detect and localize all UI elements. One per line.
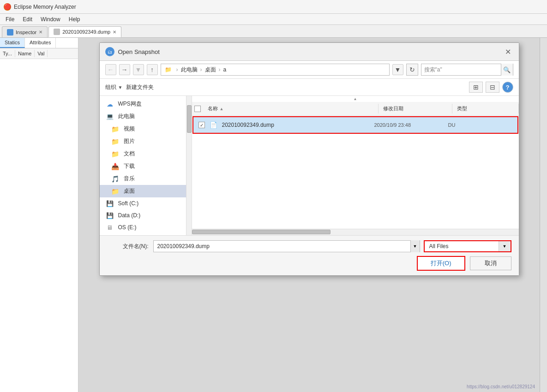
nav-up-button[interactable]: ↑ [147, 64, 158, 75]
dialog-action-row: 打开(O) 取消 [107, 256, 511, 271]
view-pane-button[interactable]: ⊟ [486, 82, 499, 93]
sidebar-item-video[interactable]: 📁 视频 [100, 123, 192, 135]
dialog-nav-bar: ← → ▼ ↑ 📁 › 此电脑 › 桌面 › a ▼ ↻ [100, 61, 519, 79]
sort-up-area: ▲ [192, 96, 519, 102]
file-row-checkbox[interactable]: ✓ [197, 122, 206, 128]
filetype-dropdown: All Files ▼ [424, 240, 511, 252]
menu-bar: File Edit Window Help [0, 14, 547, 25]
filetype-dropdown-button[interactable]: ▼ [499, 241, 511, 251]
col-header-date[interactable]: 修改日期 [379, 104, 452, 113]
col-header-name[interactable]: 名称 ▲ [203, 104, 379, 113]
sidebar-item-docs-label: 文档 [124, 150, 135, 158]
filename-input[interactable] [154, 243, 410, 249]
new-folder-button[interactable]: 新建文件夹 [126, 83, 154, 91]
organize-dropdown-icon: ▼ [118, 85, 123, 90]
tab-dump-close[interactable]: ✕ [113, 30, 116, 35]
nav-refresh-button[interactable]: ↻ [406, 64, 418, 76]
file-list-items: ✓ 📄 202010092349.dump 2020/10/9 23:48 DU [192, 116, 519, 229]
breadcrumb-part-a: a [223, 66, 227, 73]
sidebar-item-computer[interactable]: 💻 此电脑 [100, 110, 192, 123]
title-bar: 🔴 Eclipse Memory Analyzer [0, 0, 547, 14]
view-grid-button[interactable]: ⊞ [469, 82, 483, 93]
open-button[interactable]: 打开(O) [417, 256, 465, 271]
filename-input-container: ▼ [153, 240, 420, 252]
nav-dropdown-button[interactable]: ▼ [392, 64, 403, 75]
folder-music-icon: 🎵 [111, 175, 120, 183]
dialog-close-button[interactable]: ✕ [503, 47, 513, 57]
sidebar-item-downloads[interactable]: 📥 下载 [100, 160, 192, 172]
sidebar-item-wps[interactable]: ☁ WPS网盘 [100, 98, 192, 110]
breadcrumb: 📁 › 此电脑 › 桌面 › a [161, 64, 390, 76]
horizontal-scrollbar-thumb[interactable] [192, 230, 331, 234]
tab-dump[interactable]: 202010092349.dump ✕ [48, 26, 121, 37]
tab-inspector-close[interactable]: ✕ [39, 30, 42, 35]
file-row-dump[interactable]: ✓ 📄 202010092349.dump 2020/10/9 23:48 DU [192, 116, 518, 134]
tab-inspector[interactable]: Inspector ✕ [2, 26, 48, 37]
tab-inspector-label: Inspector [16, 30, 36, 35]
filename-label: 文件名(N): [107, 243, 149, 250]
filename-row: 文件名(N): ▼ All Files ▼ [107, 240, 511, 252]
sidebar-item-drive-c[interactable]: 💾 Soft (C:) [100, 197, 192, 209]
header-checkbox[interactable] [194, 106, 201, 112]
breadcrumb-folder-icon: 📁 [165, 66, 172, 73]
sidebar-items: ☁ WPS网盘 💻 此电脑 📁 视频 [100, 96, 192, 235]
main-area: 🗂 Open Snapshot ✕ ← → ▼ ↑ 📁 › 此电脑 › [78, 38, 540, 392]
left-panel-columns: Ty... Name Val [0, 48, 78, 59]
menu-window[interactable]: Window [37, 15, 64, 24]
folder-desktop-icon: 📁 [111, 188, 120, 195]
nav-back-button[interactable]: ← [105, 64, 116, 75]
folder-downloads-icon: 📥 [111, 163, 120, 170]
organize-button[interactable]: 组织 ▼ [105, 83, 123, 91]
drive-e-icon: 🖥 [105, 224, 114, 231]
filetype-dropdown-text: All Files [425, 241, 499, 251]
open-snapshot-dialog: 🗂 Open Snapshot ✕ ← → ▼ ↑ 📁 › 此电脑 › [99, 42, 519, 276]
dialog-toolbar: 组织 ▼ 新建文件夹 ⊞ ⊟ ? [100, 79, 519, 96]
menu-help[interactable]: Help [65, 15, 84, 24]
sidebar-item-drive-c-label: Soft (C:) [118, 200, 139, 207]
organize-label: 组织 [105, 83, 116, 91]
nav-dropdown-small[interactable]: ▼ [133, 64, 144, 75]
left-panel: Statics Attributes Ty... Name Val [0, 38, 78, 392]
drive-d-icon: 💾 [105, 212, 114, 219]
sidebar-item-desktop[interactable]: 📁 桌面 [100, 185, 192, 197]
search-box: 🔍 [421, 64, 513, 76]
tab-attributes[interactable]: Attributes [25, 38, 56, 48]
sidebar-item-docs[interactable]: 📁 文档 [100, 148, 192, 160]
filename-dropdown-button[interactable]: ▼ [410, 240, 420, 252]
col-name: Name [15, 50, 35, 57]
sidebar-item-desktop-label: 桌面 [124, 187, 135, 195]
right-scrollbar[interactable] [540, 38, 547, 392]
search-input[interactable] [421, 66, 501, 73]
dialog-title-icon: 🗂 [105, 47, 114, 56]
nav-forward-button[interactable]: → [119, 64, 130, 75]
sidebar-item-images[interactable]: 📁 图片 [100, 135, 192, 148]
dialog-title-bar: 🗂 Open Snapshot ✕ [100, 43, 519, 61]
tab-dump-label: 202010092349.dump [62, 29, 110, 35]
drive-c-icon: 💾 [105, 200, 114, 207]
sidebar-item-computer-label: 此电脑 [118, 113, 135, 120]
col-header-type[interactable]: 类型 [452, 104, 519, 113]
toolbar-left: 组织 ▼ 新建文件夹 [105, 83, 154, 91]
horizontal-scrollbar[interactable] [192, 229, 519, 235]
sidebar-scrollbar-thumb[interactable] [187, 105, 192, 133]
breadcrumb-arrow-1: › [176, 66, 178, 73]
search-icon-button[interactable]: 🔍 [501, 64, 513, 76]
breadcrumb-arrow-3: › [219, 66, 221, 73]
menu-file[interactable]: File [2, 15, 18, 24]
sidebar-item-drive-e[interactable]: 🖥 OS (E:) [100, 221, 192, 233]
cancel-button[interactable]: 取消 [470, 256, 511, 270]
sidebar-item-downloads-label: 下载 [124, 162, 135, 170]
sidebar-item-drive-d[interactable]: 💾 Data (D:) [100, 209, 192, 221]
help-button[interactable]: ? [502, 82, 513, 93]
left-panel-tabs: Statics Attributes [0, 38, 78, 48]
menu-edit[interactable]: Edit [19, 15, 36, 24]
sidebar-item-images-label: 图片 [124, 137, 135, 145]
breadcrumb-part-desktop: 桌面 [205, 66, 216, 74]
tab-statics[interactable]: Statics [0, 38, 25, 48]
sidebar-item-music[interactable]: 🎵 音乐 [100, 172, 192, 185]
computer-icon: 💻 [105, 113, 114, 120]
sidebar-item-music-label: 音乐 [124, 175, 135, 183]
sidebar-scrollbar[interactable] [186, 96, 192, 235]
file-checkbox[interactable]: ✓ [198, 122, 205, 128]
col-val: Val [35, 50, 48, 57]
